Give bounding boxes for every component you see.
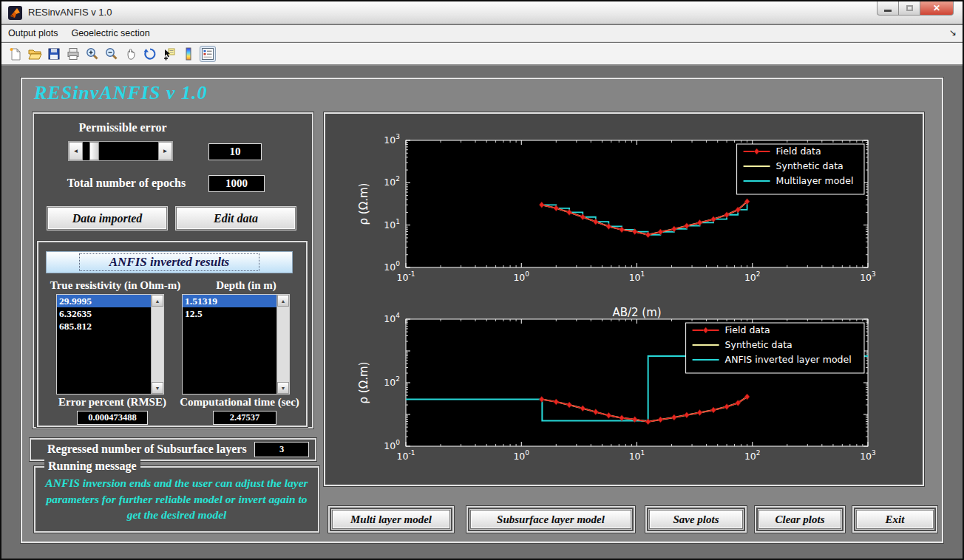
save-plots-button[interactable]: Save plots xyxy=(649,510,743,529)
svg-text:102: 102 xyxy=(744,449,761,462)
list-item[interactable]: 1.51319 xyxy=(183,295,276,307)
rmse-field: 0.000473488 xyxy=(77,411,148,425)
minimize-button[interactable] xyxy=(877,1,899,16)
title-bar: RESinvANFIS v 1.0 ✕ xyxy=(1,1,963,24)
svg-text:102: 102 xyxy=(744,270,761,283)
svg-text:Field data: Field data xyxy=(776,146,821,157)
svg-text:10-1: 10-1 xyxy=(397,270,415,283)
print-icon[interactable] xyxy=(65,46,81,62)
svg-text:100: 100 xyxy=(513,270,529,283)
epochs-field[interactable]: 1000 xyxy=(208,175,265,192)
svg-text:102: 102 xyxy=(384,375,400,388)
svg-text:103: 103 xyxy=(860,449,876,462)
slider-track[interactable] xyxy=(83,142,158,160)
svg-text:100: 100 xyxy=(384,260,400,273)
app-heading: RESinvANFIS v 1.0 xyxy=(34,82,207,104)
svg-text:101: 101 xyxy=(629,449,645,462)
permissible-error-label: Permissible error xyxy=(49,121,197,134)
list-item[interactable]: 29.9995 xyxy=(57,295,151,307)
time-label: Computational time (sec) xyxy=(173,396,306,409)
figure-toolbar xyxy=(1,43,963,66)
svg-text:ANFIS inverted layer model: ANFIS inverted layer model xyxy=(725,354,852,365)
footer-panel-exit: Exit xyxy=(852,506,937,533)
pan-icon[interactable] xyxy=(123,46,139,62)
window-title: RESinvANFIS v 1.0 xyxy=(28,7,112,18)
svg-text:ρ (Ω.m): ρ (Ω.m) xyxy=(357,362,370,404)
svg-text:AB/2 (m): AB/2 (m) xyxy=(612,306,661,319)
clear-plots-button[interactable]: Clear plots xyxy=(758,510,841,529)
svg-text:101: 101 xyxy=(629,270,645,283)
footer-panel-multi-layer-model: Multi layer model xyxy=(328,506,454,533)
zoom-in-icon[interactable] xyxy=(84,46,101,62)
menu-item-output-plots[interactable]: Output plots xyxy=(1,25,64,42)
menu-overflow-chevron-icon[interactable]: ↘ xyxy=(949,27,957,38)
regressed-layers-label: Regressed number of Subsurface layers xyxy=(47,443,247,456)
resistivity-scrollbar[interactable]: ▲ ▼ xyxy=(151,295,163,394)
slider-thumb[interactable] xyxy=(89,142,99,160)
resistivity-label: True resistivity (in Ohm-m) xyxy=(41,279,189,292)
list-item[interactable]: 12.5 xyxy=(183,307,276,320)
exit-button[interactable]: Exit xyxy=(856,510,934,529)
depth-label: Depth (in m) xyxy=(191,279,302,292)
close-button[interactable]: ✕ xyxy=(920,1,954,16)
scroll-down-icon[interactable]: ▼ xyxy=(277,382,289,394)
anfis-results-panel: ANFIS inverted results True resistivity … xyxy=(37,241,308,427)
multi-layer-model-button[interactable]: Multi layer model xyxy=(332,510,450,529)
scroll-down-icon[interactable]: ▼ xyxy=(152,382,163,394)
subsurface-layer-model-button[interactable]: Subsurface layer model xyxy=(470,510,631,529)
colorbar-icon[interactable] xyxy=(180,46,197,62)
svg-text:101: 101 xyxy=(384,218,400,231)
footer-panel-save-plots: Save plots xyxy=(645,506,747,533)
slider-left-arrow-icon[interactable]: ◄ xyxy=(69,142,83,160)
svg-text:10-1: 10-1 xyxy=(397,449,415,462)
resistivity-listbox[interactable]: 29.99956.32635685.812 ▲ ▼ xyxy=(56,294,164,395)
matlab-app-icon xyxy=(8,6,22,20)
svg-text:ρ (Ω.m): ρ (Ω.m) xyxy=(357,183,370,225)
svg-text:Synthetic data: Synthetic data xyxy=(776,160,844,171)
slider-right-arrow-icon[interactable]: ► xyxy=(158,142,172,160)
depth-scrollbar[interactable]: ▲ ▼ xyxy=(276,295,289,394)
menu-bar: Output plotsGeoelectric section ↘ xyxy=(1,25,963,42)
new-file-icon[interactable] xyxy=(7,46,24,62)
input-controls-panel: Permissible error ◄ ► 10 Total number of… xyxy=(33,112,313,428)
svg-text:104: 104 xyxy=(384,312,400,324)
main-panel: RESinvANFIS v 1.0 Permissible error ◄ ► … xyxy=(21,78,943,543)
list-item[interactable]: 685.812 xyxy=(57,320,151,332)
svg-text:Synthetic data: Synthetic data xyxy=(725,339,792,350)
permissible-error-slider[interactable]: ◄ ► xyxy=(68,141,173,161)
window-controls: ✕ xyxy=(877,1,954,16)
anfis-results-header-label: ANFIS inverted results xyxy=(79,253,259,271)
figure-background: RESinvANFIS v 1.0 Permissible error ◄ ► … xyxy=(1,67,963,559)
scroll-up-icon[interactable]: ▲ xyxy=(277,295,289,307)
regressed-layers-field[interactable]: 3 xyxy=(254,442,309,457)
svg-text:Multilayer model: Multilayer model xyxy=(776,175,854,186)
running-message-text: ANFIS inversion ends and the user can ad… xyxy=(35,475,318,523)
list-item[interactable]: 6.32635 xyxy=(57,307,151,320)
menu-item-geoelectric-section[interactable]: Geoelectric section xyxy=(64,25,156,42)
scroll-up-icon[interactable]: ▲ xyxy=(152,295,163,307)
zoom-out-icon[interactable] xyxy=(103,46,120,62)
anfis-results-header-button[interactable]: ANFIS inverted results xyxy=(46,251,293,273)
open-folder-icon[interactable] xyxy=(27,46,43,62)
save-icon[interactable] xyxy=(46,46,62,62)
maximize-button[interactable] xyxy=(899,1,920,16)
application-window: RESinvANFIS v 1.0 ✕ Output plotsGeoelect… xyxy=(0,0,964,560)
plots-panel: 10-1100101102103100101102103AB/2 (m)ρ (Ω… xyxy=(324,112,924,486)
svg-text:103: 103 xyxy=(860,270,876,283)
data-cursor-icon[interactable] xyxy=(161,46,177,62)
running-message-group: Running message ANFIS inversion ends and… xyxy=(34,466,319,533)
svg-text:102: 102 xyxy=(384,175,400,188)
svg-text:100: 100 xyxy=(384,439,400,451)
depth-listbox[interactable]: 1.5131912.5 ▲ ▼ xyxy=(182,294,290,395)
rotate-3d-icon[interactable] xyxy=(142,46,158,62)
data-imported-button[interactable]: Data imported xyxy=(47,207,167,230)
permissible-error-field[interactable]: 10 xyxy=(208,143,262,160)
time-field: 2.47537 xyxy=(213,411,276,425)
footer-panel-clear-plots: Clear plots xyxy=(755,506,845,533)
regressed-layers-panel: Regressed number of Subsurface layers 3 xyxy=(30,438,316,461)
insert-legend-icon[interactable] xyxy=(200,46,216,62)
epochs-label: Total number of epochs xyxy=(49,177,204,190)
resistivity-charts: 10-1100101102103100101102103AB/2 (m)ρ (Ω… xyxy=(325,114,923,485)
footer-panel-subsurface-layer-model: Subsurface layer model xyxy=(466,506,635,533)
edit-data-button[interactable]: Edit data xyxy=(176,207,296,230)
